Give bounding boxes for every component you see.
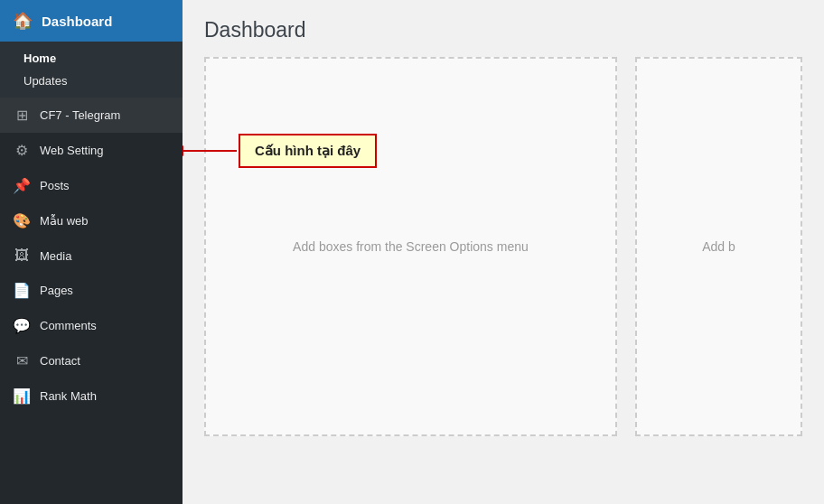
sidebar-nav: ⊞ CF7 - Telegram ⚙ Web Setting 📌 Posts 🎨… [0, 98, 183, 504]
sidebar-item-posts[interactable]: 📌 Posts [0, 168, 183, 203]
web-setting-label: Web Setting [40, 144, 104, 157]
sidebar: 🏠 Dashboard Home Updates ⊞ CF7 - Telegra… [0, 0, 183, 504]
panel-right-text: Add b [702, 239, 735, 254]
arrow-line [183, 150, 237, 152]
sidebar-title: Dashboard [42, 14, 112, 29]
rank-math-label: Rank Math [40, 389, 97, 403]
sidebar-item-mau-web[interactable]: 🎨 Mẫu web [0, 203, 183, 238]
pages-label: Pages [40, 284, 73, 297]
sidebar-submenu: Home Updates [0, 42, 183, 98]
page-title: Dashboard [204, 18, 802, 42]
web-setting-icon: ⚙ [13, 142, 31, 159]
cf7-telegram-label: CF7 - Telegram [40, 108, 120, 122]
main-content: Dashboard Add boxes from the Screen Opti… [183, 0, 824, 504]
sidebar-item-web-setting[interactable]: ⚙ Web Setting [0, 133, 183, 168]
media-icon: 🖼 [13, 247, 31, 264]
sidebar-item-cf7-telegram[interactable]: ⊞ CF7 - Telegram [0, 98, 183, 133]
media-label: Media [40, 249, 71, 263]
tooltip-box: Cấu hình tại đây [239, 134, 377, 168]
pages-icon: 📄 [13, 282, 31, 299]
posts-icon: 📌 [13, 177, 31, 194]
contact-label: Contact [40, 354, 80, 368]
dashboard-panels: Add boxes from the Screen Options menu A… [204, 57, 802, 436]
sidebar-item-comments[interactable]: 💬 Comments [0, 308, 183, 343]
sidebar-header[interactable]: 🏠 Dashboard [0, 0, 183, 42]
sidebar-item-media[interactable]: 🖼 Media [0, 238, 183, 273]
arrow-annotation: Cấu hình tại đây [183, 134, 377, 168]
comments-icon: 💬 [13, 317, 31, 334]
contact-icon: ✉ [13, 352, 31, 369]
mau-web-icon: 🎨 [13, 212, 31, 229]
mau-web-label: Mẫu web [40, 214, 89, 228]
submenu-item-home[interactable]: Home [0, 47, 183, 70]
dashboard-icon: 🏠 [13, 11, 33, 31]
posts-label: Posts [40, 179, 70, 192]
sidebar-item-pages[interactable]: 📄 Pages [0, 273, 183, 308]
sidebar-item-rank-math[interactable]: 📊 Rank Math [0, 378, 183, 414]
cf7-telegram-icon: ⊞ [13, 107, 31, 124]
panel-left-text: Add boxes from the Screen Options menu [293, 239, 529, 254]
comments-label: Comments [40, 319, 97, 332]
dashboard-panel-left: Add boxes from the Screen Options menu [204, 57, 617, 436]
rank-math-icon: 📊 [13, 387, 31, 405]
sidebar-item-contact[interactable]: ✉ Contact [0, 343, 183, 378]
submenu-item-updates[interactable]: Updates [0, 70, 183, 92]
dashboard-panel-right: Add b [635, 57, 802, 436]
